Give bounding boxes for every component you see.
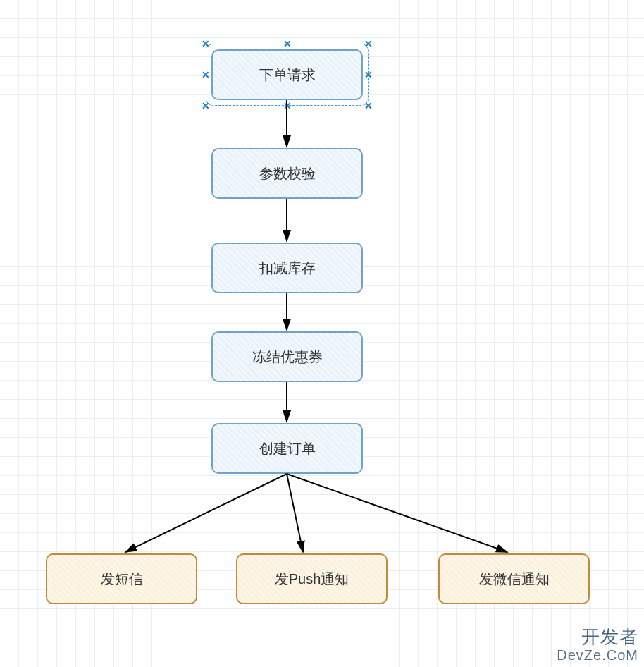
node-deduct-stock[interactable]: 扣减库存 (211, 243, 363, 293)
edge (125, 474, 287, 552)
resize-handle-icon[interactable]: ✕ (202, 71, 210, 79)
node-label: 下单请求 (259, 66, 316, 85)
node-validate[interactable]: 参数校验 (211, 148, 363, 199)
node-label: 扣减库存 (259, 259, 316, 278)
node-create-order[interactable]: 创建订单 (211, 423, 363, 474)
node-label: 发微信通知 (479, 570, 550, 589)
resize-handle-icon[interactable]: ✕ (364, 39, 373, 48)
node-request[interactable]: 下单请求 (211, 49, 363, 100)
resize-handle-icon[interactable]: ✕ (202, 39, 210, 48)
resize-handle-icon[interactable]: ✕ (283, 102, 292, 110)
node-label: 参数校验 (259, 164, 316, 183)
node-send-wechat[interactable]: 发微信通知 (438, 553, 590, 604)
diagram-canvas[interactable]: 下单请求 ✕ ✕ ✕ ✕ ✕ ✕ ✕ ✕ 参数校验 扣减库存 冻结优惠券 创建订… (0, 0, 644, 667)
edge (287, 474, 303, 552)
resize-handle-icon[interactable]: ✕ (202, 102, 210, 110)
node-freeze-coupon[interactable]: 冻结优惠券 (211, 331, 363, 382)
node-label: 发短信 (101, 570, 143, 589)
node-label: 冻结优惠券 (252, 348, 323, 367)
node-send-sms[interactable]: 发短信 (46, 553, 197, 604)
resize-handle-icon[interactable]: ✕ (364, 71, 373, 79)
resize-handle-icon[interactable]: ✕ (283, 39, 292, 48)
edge (287, 474, 507, 552)
node-label: 发Push通知 (275, 570, 349, 589)
resize-handle-icon[interactable]: ✕ (364, 102, 373, 110)
node-label: 创建订单 (259, 439, 316, 458)
node-send-push[interactable]: 发Push通知 (236, 553, 388, 604)
